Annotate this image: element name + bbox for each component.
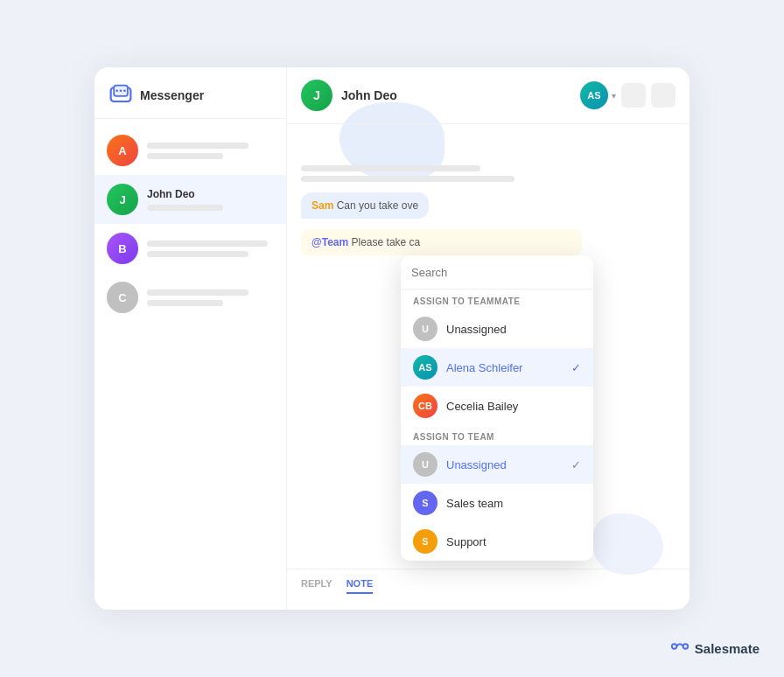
action-button-2[interactable]	[651, 83, 676, 108]
list-item[interactable]: B	[94, 224, 286, 273]
note-text: Please take ca	[352, 236, 421, 248]
preview-line	[147, 300, 223, 306]
name-line	[147, 143, 248, 149]
list-item[interactable]: A	[94, 126, 286, 175]
name-line	[147, 290, 248, 296]
assigned-avatar[interactable]: AS	[580, 81, 608, 109]
brand-name: Salesmate	[695, 641, 760, 656]
svg-point-5	[672, 644, 677, 649]
contact-name: John Deo	[341, 88, 571, 102]
item-avatar-cecelia: CB	[413, 394, 438, 418]
contact-avatar: J	[301, 80, 332, 111]
item-label-cecelia: Cecelia Bailey	[446, 400, 518, 413]
dropdown-item-unassigned-tm[interactable]: U Unassigned	[401, 310, 593, 348]
assign-team-label: ASSIGN TO TEAM	[401, 425, 593, 445]
salesmate-logo-icon	[670, 637, 690, 660]
assign-dropdown: ASSIGN TO TEAMMATE U Unassigned AS Alena…	[401, 255, 593, 561]
message-sam: Sam Can you take ove	[301, 192, 429, 219]
item-label-support: Support	[446, 535, 486, 548]
avatar: A	[107, 135, 138, 166]
at-team-label: @Team	[312, 236, 348, 248]
list-item-john[interactable]: J John Deo	[94, 175, 286, 224]
text-lines	[147, 241, 274, 257]
messenger-icon	[108, 83, 133, 108]
assign-teammate-label: ASSIGN TO TEAMMATE	[401, 290, 593, 310]
svg-point-3	[120, 89, 122, 92]
dropdown-item-alena[interactable]: AS Alena Schleifer ✓	[401, 348, 593, 387]
svg-point-6	[682, 644, 688, 649]
item-label-unassigned-team: Unassigned	[446, 458, 507, 471]
preview-line	[147, 205, 223, 211]
check-icon-alena: ✓	[571, 361, 581, 374]
tab-reply[interactable]: REPLY	[301, 578, 332, 594]
sidebar-header: Messenger	[94, 67, 286, 119]
note-bubble: @Team Please take ca	[301, 229, 582, 255]
reply-tabs: REPLY NOTE	[301, 578, 676, 594]
message-sender: Sam	[312, 199, 333, 212]
branding: Salesmate	[670, 637, 760, 660]
dropdown-arrow-icon[interactable]: ▾	[612, 91, 616, 101]
main-card: Messenger A J John Deo	[94, 67, 690, 610]
item-label-sales: Sales team	[446, 497, 503, 510]
text-lines	[147, 143, 274, 159]
chat-header: J John Deo AS ▾	[287, 67, 690, 124]
tab-note[interactable]: NOTE	[346, 578, 374, 594]
svg-point-2	[116, 89, 118, 92]
item-avatar-sales: S	[413, 491, 438, 515]
preview-line	[147, 153, 223, 159]
avatar: B	[107, 233, 138, 264]
sidebar-list: A J John Deo B	[94, 119, 286, 329]
item-avatar-unassigned-team: U	[413, 452, 438, 477]
text-lines	[147, 290, 274, 306]
john-name: John Deo	[147, 188, 274, 200]
item-avatar-alena: AS	[413, 355, 438, 380]
message-text: Can you take ove	[337, 199, 418, 212]
list-item[interactable]: C	[94, 273, 286, 322]
item-label-alena: Alena Schleifer	[446, 361, 522, 374]
sidebar-title: Messenger	[140, 88, 204, 102]
item-label-unassigned-tm: Unassigned	[446, 323, 507, 336]
item-avatar-unassigned-tm: U	[413, 317, 438, 341]
dropdown-search-container	[401, 255, 593, 290]
avatar-john: J	[107, 184, 138, 215]
text-lines: John Deo	[147, 188, 274, 211]
sent-placeholder	[301, 165, 526, 182]
dropdown-item-sales[interactable]: S Sales team	[401, 484, 593, 522]
avatar: C	[107, 282, 138, 313]
check-icon-unassigned-team: ✓	[571, 458, 581, 471]
search-input[interactable]	[411, 266, 583, 279]
dropdown-item-cecelia[interactable]: CB Cecelia Bailey	[401, 387, 593, 425]
item-avatar-support: S	[413, 529, 438, 554]
svg-point-4	[123, 89, 126, 92]
name-line	[147, 241, 268, 247]
preview-line	[147, 251, 248, 257]
chat-footer: REPLY NOTE	[287, 569, 690, 610]
dropdown-item-unassigned-team[interactable]: U Unassigned ✓	[401, 445, 593, 484]
header-actions: AS ▾	[580, 81, 676, 109]
dropdown-item-support[interactable]: S Support	[401, 522, 593, 561]
sidebar: Messenger A J John Deo	[94, 67, 287, 610]
action-button-1[interactable]	[621, 83, 646, 108]
